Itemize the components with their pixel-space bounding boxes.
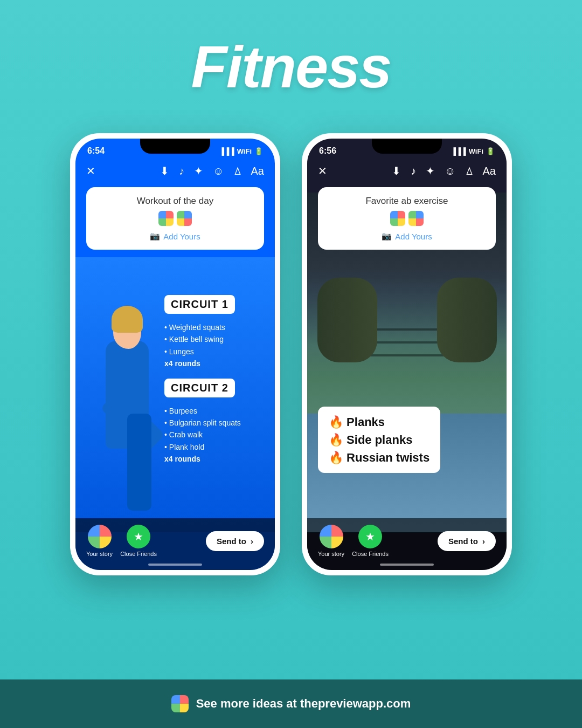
phone-1-bottom-bar: Your story ★ Close Friends Send to › xyxy=(75,518,275,570)
your-story-btn[interactable]: Your story xyxy=(86,525,113,557)
circuit-2-items: • Burpees • Bulgarian split squats • Cra… xyxy=(164,405,269,465)
page-background: Fitness 6:54 ▐▐▐ WiFi 🔋 ✕ xyxy=(0,0,582,728)
circuit-2-box: CIRCUIT 2 xyxy=(164,379,235,397)
close-friends-btn-2[interactable]: ★ Close Friends xyxy=(352,525,389,557)
sparkle-icon[interactable]: ✦ xyxy=(194,164,203,177)
circuit-2-item-3: • Crab walk xyxy=(164,429,269,441)
text-icon-2[interactable]: Aa xyxy=(483,165,496,177)
phone-1: 6:54 ▐▐▐ WiFi 🔋 ✕ ⬇ ♪ ✦ ☺ ꕔ xyxy=(70,133,280,575)
send-to-label: Send to xyxy=(217,537,246,546)
download-icon[interactable]: ⬇ xyxy=(160,164,169,177)
page-title: Fitness xyxy=(191,32,391,101)
wifi-icon-2: WiFi xyxy=(469,147,483,155)
brush-icon[interactable]: ꕔ xyxy=(234,165,241,177)
woman-figure xyxy=(89,306,165,532)
close-icon-2[interactable]: ✕ xyxy=(318,164,327,177)
phone-2-add-yours-btn[interactable]: 📷 Add Yours xyxy=(329,231,485,241)
close-icon[interactable]: ✕ xyxy=(86,164,95,177)
app-icon-3 xyxy=(390,211,405,226)
signal-icon-2: ▐▐▐ xyxy=(451,147,466,155)
add-yours-app-icons-2 xyxy=(329,211,485,226)
camera-icon: 📷 xyxy=(150,231,160,241)
send-to-label-2: Send to xyxy=(448,537,478,546)
circuit-1-box: CIRCUIT 1 xyxy=(164,295,235,314)
phone-1-bottom-left: Your story ★ Close Friends xyxy=(86,525,157,557)
signal-icon: ▐▐▐ xyxy=(219,147,234,155)
text-icon[interactable]: Aa xyxy=(251,165,264,177)
battery-icon: 🔋 xyxy=(254,147,263,155)
phone-2-add-yours-card: Favorite ab exercise 📷 Add Yours xyxy=(318,187,496,250)
footer-app-icon xyxy=(171,695,189,712)
abs-item-1: 🔥 Planks xyxy=(329,413,429,431)
close-friends-label-2: Close Friends xyxy=(352,551,389,557)
emoji-icon-2[interactable]: ☺ xyxy=(445,165,455,177)
footer-text: See more ideas at thepreviewapp.com xyxy=(196,697,411,711)
circuit-2-rounds: x4 rounds xyxy=(164,453,269,465)
close-friends-label: Close Friends xyxy=(120,551,157,557)
phone-2-add-yours-title: Favorite ab exercise xyxy=(329,196,485,207)
abs-exercises-content: 🔥 Planks 🔥 Side planks 🔥 Russian twists xyxy=(318,407,440,473)
circuit-2-item-1: • Burpees xyxy=(164,405,269,417)
abs-item-2: 🔥 Side planks xyxy=(329,431,429,449)
abs-exercises-box: 🔥 Planks 🔥 Side planks 🔥 Russian twists xyxy=(318,407,440,473)
circuit-1-item-1: • Weighted squats xyxy=(164,321,269,333)
phone-2-bottom-bar: Your story ★ Close Friends Send to › xyxy=(307,518,507,570)
your-story-label: Your story xyxy=(86,551,113,557)
phone-1-notch xyxy=(140,139,210,154)
close-friends-btn[interactable]: ★ Close Friends xyxy=(120,525,157,557)
music-icon[interactable]: ♪ xyxy=(179,165,184,177)
phone-1-add-yours-title: Workout of the day xyxy=(97,196,253,207)
send-to-button-2[interactable]: Send to › xyxy=(438,531,496,551)
close-friends-icon-2: ★ xyxy=(358,525,382,548)
download-icon-2[interactable]: ⬇ xyxy=(392,164,401,177)
phone-1-home-indicator xyxy=(148,564,202,566)
arm-left xyxy=(317,278,377,363)
app-icon-4 xyxy=(408,211,424,226)
circuit-2-title: CIRCUIT 2 xyxy=(171,382,228,394)
your-story-label-2: Your story xyxy=(318,551,344,557)
sparkle-icon-2[interactable]: ✦ xyxy=(426,164,435,177)
add-yours-btn-label-2: Add Yours xyxy=(395,232,432,241)
your-story-icon-2 xyxy=(320,525,343,548)
phone-2-time: 6:56 xyxy=(319,146,336,156)
toolbar-right-icons: ⬇ ♪ ✦ ☺ ꕔ Aa xyxy=(160,164,264,177)
your-story-btn-2[interactable]: Your story xyxy=(318,525,344,557)
app-icon-2 xyxy=(177,211,192,226)
hair xyxy=(112,306,143,333)
send-to-button[interactable]: Send to › xyxy=(206,531,264,551)
add-yours-btn-label: Add Yours xyxy=(163,232,200,241)
arm-right xyxy=(437,278,497,363)
phone-1-status-icons: ▐▐▐ WiFi 🔋 xyxy=(219,147,263,155)
app-icon-1 xyxy=(158,211,174,226)
battery-icon-2: 🔋 xyxy=(486,147,495,155)
circuit-1-section: CIRCUIT 1 • Weighted squats • Kettle bel… xyxy=(164,295,269,370)
circuit-2-item-2: • Bulgarian split squats xyxy=(164,417,269,429)
woman-area xyxy=(75,273,179,532)
leg-standing xyxy=(127,414,151,511)
phone-1-circuits: CIRCUIT 1 • Weighted squats • Kettle bel… xyxy=(164,295,269,474)
phone-2-toolbar: ✕ ⬇ ♪ ✦ ☺ ꕔ Aa xyxy=(307,160,507,182)
close-friends-icon: ★ xyxy=(127,525,150,548)
phone-2: NNNN NNN 6:56 ▐▐▐ WiFi 🔋 xyxy=(302,133,512,575)
send-to-arrow-2: › xyxy=(482,537,485,546)
circuit-2-item-4: • Plank hold xyxy=(164,441,269,453)
add-yours-app-icons xyxy=(97,211,253,226)
wifi-icon: WiFi xyxy=(237,147,252,155)
circuit-1-item-2: • Kettle bell swing xyxy=(164,333,269,345)
footer: See more ideas at thepreviewapp.com xyxy=(0,679,582,728)
phones-row: 6:54 ▐▐▐ WiFi 🔋 ✕ ⬇ ♪ ✦ ☺ ꕔ xyxy=(70,133,512,575)
circuit-1-rounds: x4 rounds xyxy=(164,358,269,369)
phone-1-add-yours-btn[interactable]: 📷 Add Yours xyxy=(97,231,253,241)
phone-2-bottom-left: Your story ★ Close Friends xyxy=(318,525,389,557)
phone-1-toolbar: ✕ ⬇ ♪ ✦ ☺ ꕔ Aa xyxy=(75,160,275,182)
brush-icon-2[interactable]: ꕔ xyxy=(466,165,473,177)
abs-item-3: 🔥 Russian twists xyxy=(329,449,429,466)
phone-2-notch xyxy=(372,139,442,154)
emoji-icon[interactable]: ☺ xyxy=(213,165,224,177)
circuit-1-title: CIRCUIT 1 xyxy=(171,298,228,310)
phone-2-home-indicator xyxy=(380,564,434,566)
phone-1-add-yours-card: Workout of the day 📷 Add Yours xyxy=(86,187,264,250)
your-story-icon xyxy=(88,525,112,548)
phone-2-screen: NNNN NNN 6:56 ▐▐▐ WiFi 🔋 xyxy=(307,139,507,570)
music-icon-2[interactable]: ♪ xyxy=(411,165,416,177)
